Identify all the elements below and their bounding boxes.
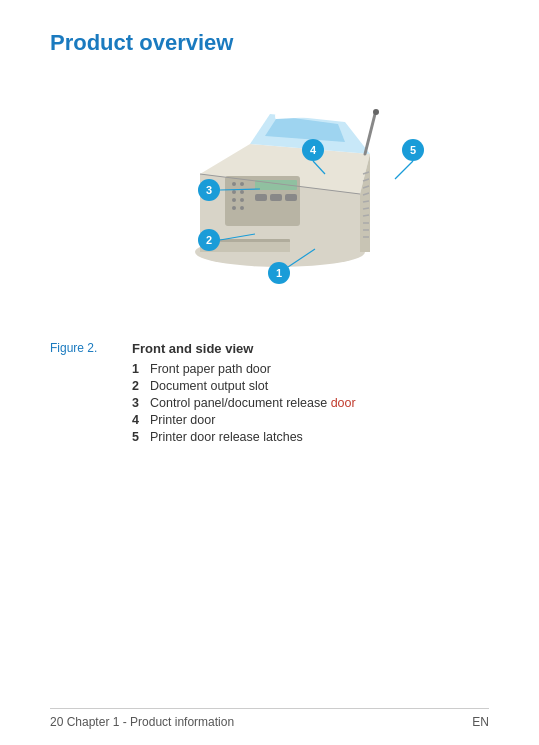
svg-rect-22 xyxy=(270,194,282,201)
figure-item-2: 2Document output slot xyxy=(132,379,489,393)
item-text-4: Printer door xyxy=(150,413,215,427)
svg-point-13 xyxy=(232,182,236,186)
svg-point-14 xyxy=(240,182,244,186)
callout-2: 2 xyxy=(198,229,220,251)
item-text-1: Front paper path door xyxy=(150,362,271,376)
svg-line-7 xyxy=(363,215,369,216)
footer-right: EN xyxy=(472,715,489,729)
figure-area: 1 2 3 4 5 xyxy=(50,74,489,329)
svg-line-6 xyxy=(363,208,369,209)
callout-5: 5 xyxy=(402,139,424,161)
item-highlight-3: door xyxy=(331,396,356,410)
svg-rect-23 xyxy=(285,194,297,201)
svg-line-5 xyxy=(363,201,369,202)
svg-point-17 xyxy=(232,198,236,202)
item-number-2: 2 xyxy=(132,379,150,393)
svg-point-15 xyxy=(232,190,236,194)
page: Product overview xyxy=(0,0,539,745)
footer-left: 20 Chapter 1 - Product information xyxy=(50,715,234,729)
figure-title: Front and side view xyxy=(132,341,489,356)
item-number-4: 4 xyxy=(132,413,150,427)
item-number-1: 1 xyxy=(132,362,150,376)
callout-4: 4 xyxy=(302,139,324,161)
figure-items-list: 1Front paper path door2Document output s… xyxy=(132,362,489,444)
svg-point-28 xyxy=(373,109,379,115)
callout-3: 3 xyxy=(198,179,220,201)
figure-item-3: 3Control panel/document release door xyxy=(132,396,489,410)
figure-item-5: 5Printer door release latches xyxy=(132,430,489,444)
figure-caption: Figure 2. Front and side view 1Front pap… xyxy=(50,341,489,447)
figure-label: Figure 2. xyxy=(50,341,108,355)
page-title: Product overview xyxy=(50,30,489,56)
svg-line-27 xyxy=(365,114,375,154)
item-text-2: Document output slot xyxy=(150,379,268,393)
svg-point-16 xyxy=(240,190,244,194)
callout-1: 1 xyxy=(268,262,290,284)
figure-content: Front and side view 1Front paper path do… xyxy=(132,341,489,447)
item-number-3: 3 xyxy=(132,396,150,410)
item-number-5: 5 xyxy=(132,430,150,444)
svg-point-20 xyxy=(240,206,244,210)
figure-item-4: 4Printer door xyxy=(132,413,489,427)
item-text-5: Printer door release latches xyxy=(150,430,303,444)
svg-rect-21 xyxy=(255,194,267,201)
svg-point-19 xyxy=(232,206,236,210)
page-footer: 20 Chapter 1 - Product information EN xyxy=(50,708,489,729)
item-text-3: Control panel/document release door xyxy=(150,396,356,410)
figure-item-1: 1Front paper path door xyxy=(132,362,489,376)
svg-point-18 xyxy=(240,198,244,202)
